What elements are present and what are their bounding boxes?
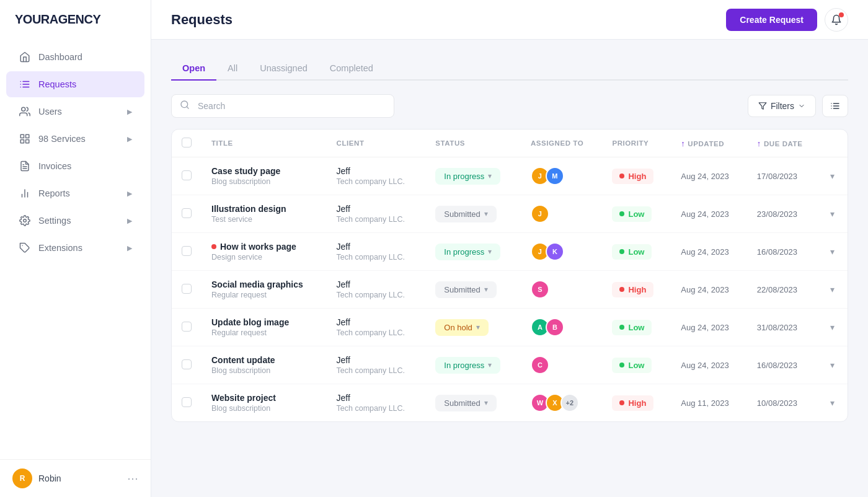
create-request-button[interactable]: Create Request [726,9,817,31]
table-row: Social media graphicsRegular requestJeff… [172,271,848,309]
row-updated: Aug 24, 2023 [681,323,728,332]
expand-button[interactable]: ▾ [830,398,835,408]
expand-button[interactable]: ▾ [830,247,835,257]
main-content: Requests Create Request Open All Unassig… [151,0,868,497]
status-badge[interactable]: In progress ▾ [435,357,500,374]
status-badge[interactable]: In progress ▾ [435,244,500,260]
row-subtitle: Regular request [211,291,317,299]
expand-button[interactable]: ▾ [830,209,835,219]
row-due-date: 31/08/2023 [757,323,797,332]
svg-point-16 [24,219,27,222]
chevron-right-icon: ▶ [127,244,132,252]
tab-all[interactable]: All [216,57,249,81]
page-title: Requests [171,12,232,28]
sidebar-item-extensions[interactable]: Extensions ▶ [6,235,144,261]
chevron-down-icon: ▾ [488,361,492,369]
row-due-date: 16/08/2023 [757,361,797,370]
row-client-company: Tech company LLC. [337,177,416,186]
select-all-checkbox[interactable] [182,138,192,147]
svg-rect-9 [26,140,29,143]
priority-dot [619,249,624,254]
table-row: How it works pageDesign serviceJeffTech … [172,233,848,271]
col-title: TITLE [202,130,327,157]
search-input[interactable] [171,94,394,118]
row-client-company: Tech company LLC. [337,291,416,299]
toolbar-right: Filters [748,95,848,117]
search-icon [180,100,190,112]
priority-badge: High [612,395,653,411]
row-subtitle: Design service [211,253,317,262]
row-checkbox[interactable] [182,359,192,369]
expand-button[interactable]: ▾ [830,284,835,294]
status-badge[interactable]: Submitted ▾ [435,395,497,411]
tab-completed[interactable]: Completed [319,57,384,81]
col-updated[interactable]: ↑UPDATED [671,130,747,157]
row-subtitle: Blog subscription [211,177,317,186]
status-badge[interactable]: On hold ▾ [435,319,489,336]
sidebar-item-label: 98 Services [38,134,86,144]
status-badge[interactable]: Submitted ▾ [435,281,497,298]
row-title: Case study page [211,166,317,176]
priority-badge: Low [612,320,652,335]
priority-dot [619,400,624,405]
row-client-company: Tech company LLC. [337,404,416,413]
priority-badge: High [612,282,653,297]
row-due-date: 17/08/2023 [757,172,797,181]
row-checkbox[interactable] [182,246,192,256]
sidebar-item-label: Reports [38,188,70,198]
avatar-group: S [531,280,593,299]
avatar: B [546,318,564,336]
chevron-down-icon: ▾ [484,285,488,294]
tab-open[interactable]: Open [171,57,216,81]
col-due-date[interactable]: ↑DUE DATE [747,130,820,157]
priority-dot [619,211,624,216]
priority-badge: Low [612,358,652,373]
sidebar-item-dashboard[interactable]: Dashboard [6,44,144,70]
tab-unassigned[interactable]: Unassigned [249,57,319,81]
priority-dot [619,325,624,330]
expand-button[interactable]: ▾ [830,360,835,370]
row-checkbox[interactable] [182,284,192,294]
sidebar-item-settings[interactable]: Settings ▶ [6,208,144,234]
more-options-button[interactable]: ⋯ [127,472,138,485]
status-badge[interactable]: In progress ▾ [435,168,500,185]
sidebar: YOURAGENCY Dashboard Requests Users ▶ [0,0,151,497]
sidebar-item-invoices[interactable]: Invoices [6,153,144,179]
svg-point-6 [22,107,25,111]
sidebar-item-users[interactable]: Users ▶ [6,99,144,125]
row-checkbox[interactable] [182,208,192,218]
row-checkbox[interactable] [182,170,192,180]
table-row: Case study pageBlog subscriptionJeffTech… [172,157,848,195]
row-updated: Aug 24, 2023 [681,361,728,370]
svg-rect-10 [20,140,24,143]
row-title: Website project [211,393,317,403]
notifications-button[interactable] [825,8,848,32]
avatar: K [546,242,564,261]
sidebar-nav: Dashboard Requests Users ▶ 98 Services ▶ [0,38,151,459]
columns-button[interactable] [822,95,848,117]
gear-icon [19,214,31,227]
sidebar-item-reports[interactable]: Reports ▶ [6,180,144,206]
table-row: Website projectBlog subscriptionJeffTech… [172,384,848,422]
expand-button[interactable]: ▾ [830,171,835,181]
status-badge[interactable]: Submitted ▾ [435,206,497,222]
sidebar-item-requests[interactable]: Requests [6,71,144,97]
search-wrap [171,94,394,118]
svg-marker-20 [759,103,766,110]
home-icon [19,51,31,63]
row-updated: Aug 24, 2023 [681,247,728,257]
sidebar-item-label: Dashboard [38,52,82,62]
expand-button[interactable]: ▾ [830,322,835,332]
row-checkbox[interactable] [182,397,192,407]
grid-icon [19,133,31,145]
avatar-group: WX+2 [531,394,593,412]
row-checkbox[interactable] [182,322,192,332]
filters-button[interactable]: Filters [748,95,816,117]
row-updated: Aug 24, 2023 [681,172,728,181]
sidebar-item-services[interactable]: 98 Services ▶ [6,126,144,152]
row-subtitle: Blog subscription [211,404,317,413]
avatar-group: JM [531,167,593,185]
avatar: C [531,356,549,374]
avatar-group: AB [531,318,593,336]
row-updated: Aug 24, 2023 [681,285,728,294]
